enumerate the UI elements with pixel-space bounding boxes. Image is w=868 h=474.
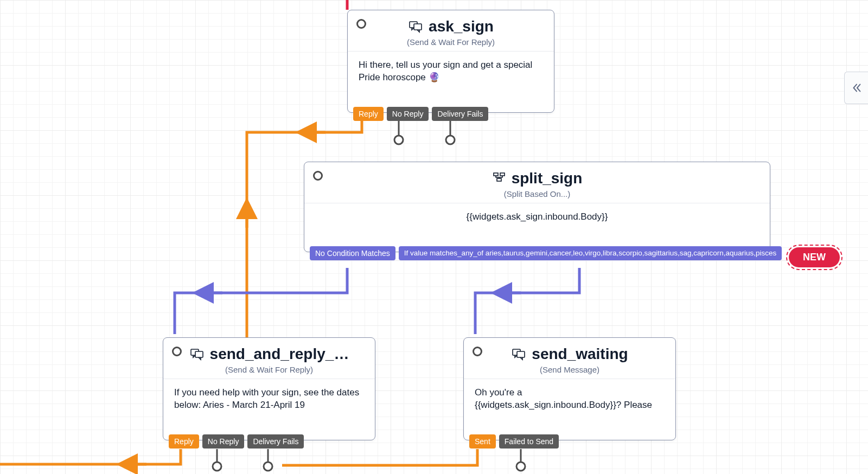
widget-outputs: Reply No Reply Delivery Fails (353, 107, 488, 121)
output-label: Sent (475, 437, 490, 446)
output-label: Reply (174, 437, 194, 446)
output-no-condition[interactable]: No Condition Matches (310, 246, 395, 260)
widget-body: If you need help with your sign, see the… (163, 379, 375, 440)
widget-title: ask_sign (429, 18, 494, 35)
widget-send-waiting[interactable]: send_waiting (Send Message) Oh you're a … (463, 337, 676, 440)
widget-title: send_waiting (532, 345, 628, 363)
widget-body: Oh you're a {{widgets.ask_sign.inbound.B… (464, 379, 675, 440)
new-transition-button[interactable]: NEW (789, 247, 840, 267)
in-port[interactable] (313, 171, 323, 181)
new-label: NEW (803, 252, 826, 262)
output-label: No Condition Matches (315, 249, 390, 258)
in-port[interactable] (356, 19, 366, 29)
output-sent[interactable]: Sent (469, 434, 496, 449)
svg-rect-16 (195, 351, 203, 357)
output-reply[interactable]: Reply (169, 434, 199, 449)
svg-rect-18 (517, 351, 525, 357)
in-port[interactable] (473, 347, 482, 356)
widget-subtitle: (Split Based On...) (315, 189, 759, 198)
output-label: No Reply (392, 110, 424, 118)
widget-outputs: Reply No Reply Delivery Fails (169, 434, 304, 449)
svg-rect-14 (497, 178, 501, 181)
chevrons-left-icon (851, 82, 863, 94)
svg-rect-13 (500, 173, 505, 176)
widget-subtitle: (Send Message) (475, 365, 665, 374)
widget-outputs: Sent Failed to Send (469, 434, 559, 449)
widget-title: split_sign (512, 170, 583, 187)
widget-body: Hi there, tell us your sign and get a sp… (348, 52, 554, 112)
widget-title: send_and_reply_… (210, 345, 349, 363)
output-no-reply[interactable]: No Reply (387, 107, 429, 121)
output-condition-match[interactable]: If value matches_any_of aries,taurus,gem… (399, 246, 782, 260)
widget-send-and-reply[interactable]: send_and_reply_… (Send & Wait For Reply)… (163, 337, 375, 440)
split-icon (492, 172, 506, 185)
output-label: Reply (359, 110, 378, 118)
output-label: No Reply (208, 437, 239, 446)
in-port[interactable] (172, 347, 182, 356)
output-delivery-fails[interactable]: Delivery Fails (432, 107, 488, 121)
output-label: Failed to Send (505, 437, 553, 446)
output-no-reply[interactable]: No Reply (202, 434, 245, 449)
svg-rect-12 (494, 173, 498, 176)
widget-ask-sign[interactable]: ask_sign (Send & Wait For Reply) Hi ther… (347, 10, 554, 113)
chat-icon (511, 348, 526, 361)
chat-icon (408, 20, 423, 33)
panel-expand-handle[interactable] (844, 72, 868, 104)
widget-body: {{widgets.ask_sign.inbound.Body}} (304, 203, 770, 252)
widget-split-sign[interactable]: split_sign (Split Based On...) {{widgets… (304, 162, 770, 252)
svg-rect-11 (414, 24, 422, 30)
widget-outputs: No Condition Matches If value matches_an… (310, 246, 782, 260)
output-label: Delivery Fails (437, 110, 483, 118)
output-label: If value matches_any_of aries,taurus,gem… (404, 249, 777, 257)
widget-subtitle: (Send & Wait For Reply) (359, 37, 543, 47)
output-reply[interactable]: Reply (353, 107, 384, 121)
output-label: Delivery Fails (253, 437, 298, 446)
widget-subtitle: (Send & Wait For Reply) (174, 365, 364, 374)
output-delivery-fails[interactable]: Delivery Fails (247, 434, 304, 449)
output-failed[interactable]: Failed to Send (499, 434, 559, 449)
chat-icon (189, 348, 205, 361)
